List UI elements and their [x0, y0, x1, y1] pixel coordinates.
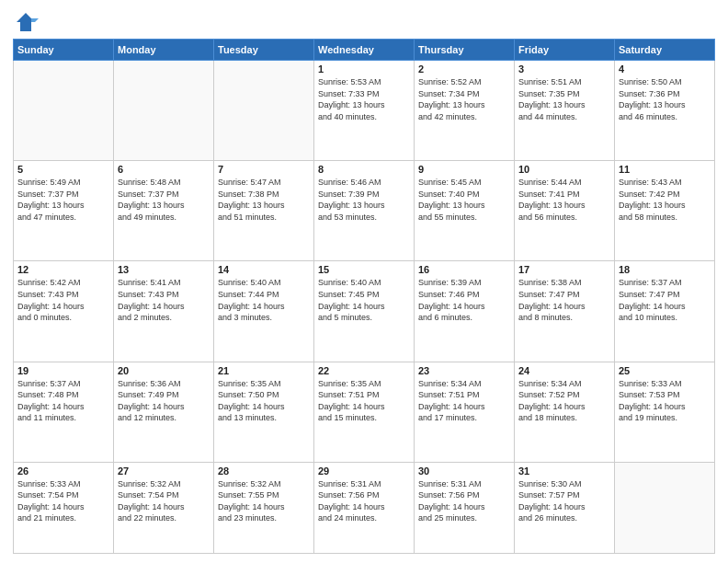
day-number: 9 [418, 164, 510, 175]
calendar-week-row: 26Sunrise: 5:33 AM Sunset: 7:54 PM Dayli… [14, 462, 715, 553]
day-number: 3 [518, 63, 610, 75]
calendar-week-row: 1Sunrise: 5:53 AM Sunset: 7:33 PM Daylig… [14, 61, 715, 161]
calendar-table: SundayMondayTuesdayWednesdayThursdayFrid… [13, 39, 715, 554]
day-number: 19 [17, 365, 109, 376]
calendar-day-cell [615, 462, 715, 553]
day-info: Sunrise: 5:41 AM Sunset: 7:43 PM Dayligh… [118, 277, 210, 323]
day-number: 28 [218, 465, 310, 477]
day-info: Sunrise: 5:35 AM Sunset: 7:51 PM Dayligh… [318, 378, 410, 424]
calendar-day-cell: 1Sunrise: 5:53 AM Sunset: 7:33 PM Daylig… [314, 61, 415, 161]
calendar-day-cell: 31Sunrise: 5:30 AM Sunset: 7:57 PM Dayli… [515, 462, 615, 553]
day-number: 4 [619, 63, 711, 75]
day-info: Sunrise: 5:46 AM Sunset: 7:39 PM Dayligh… [318, 177, 410, 223]
day-info: Sunrise: 5:44 AM Sunset: 7:41 PM Dayligh… [518, 177, 610, 223]
calendar-day-cell: 19Sunrise: 5:37 AM Sunset: 7:48 PM Dayli… [14, 362, 114, 462]
day-number: 23 [418, 365, 510, 376]
day-info: Sunrise: 5:48 AM Sunset: 7:37 PM Dayligh… [118, 177, 210, 223]
day-number: 14 [218, 264, 310, 275]
day-number: 27 [118, 465, 210, 477]
day-number: 1 [318, 63, 410, 75]
page: SundayMondayTuesdayWednesdayThursdayFrid… [0, 0, 728, 563]
day-info: Sunrise: 5:31 AM Sunset: 7:56 PM Dayligh… [418, 478, 510, 524]
calendar-header-row: SundayMondayTuesdayWednesdayThursdayFrid… [14, 40, 715, 61]
calendar-day-cell: 10Sunrise: 5:44 AM Sunset: 7:41 PM Dayli… [515, 161, 615, 261]
day-number: 7 [218, 164, 310, 175]
day-number: 11 [619, 164, 711, 175]
day-info: Sunrise: 5:43 AM Sunset: 7:42 PM Dayligh… [619, 177, 711, 223]
day-info: Sunrise: 5:32 AM Sunset: 7:55 PM Dayligh… [218, 478, 310, 524]
calendar-day-cell: 27Sunrise: 5:32 AM Sunset: 7:54 PM Dayli… [114, 462, 214, 553]
calendar-day-cell: 2Sunrise: 5:52 AM Sunset: 7:34 PM Daylig… [415, 61, 515, 161]
calendar-day-cell: 15Sunrise: 5:40 AM Sunset: 7:45 PM Dayli… [314, 261, 415, 362]
day-number: 2 [418, 63, 510, 75]
day-info: Sunrise: 5:52 AM Sunset: 7:34 PM Dayligh… [418, 76, 510, 122]
calendar-week-row: 5Sunrise: 5:49 AM Sunset: 7:37 PM Daylig… [14, 161, 715, 261]
calendar-day-cell: 21Sunrise: 5:35 AM Sunset: 7:50 PM Dayli… [214, 362, 314, 462]
calendar-day-header: Tuesday [214, 40, 314, 61]
calendar-day-cell: 23Sunrise: 5:34 AM Sunset: 7:51 PM Dayli… [415, 362, 515, 462]
day-number: 12 [17, 264, 109, 275]
day-number: 16 [418, 264, 510, 275]
day-info: Sunrise: 5:42 AM Sunset: 7:43 PM Dayligh… [17, 277, 109, 323]
day-info: Sunrise: 5:38 AM Sunset: 7:47 PM Dayligh… [518, 277, 610, 323]
day-number: 6 [118, 164, 210, 175]
day-info: Sunrise: 5:40 AM Sunset: 7:44 PM Dayligh… [218, 277, 310, 323]
day-info: Sunrise: 5:37 AM Sunset: 7:48 PM Dayligh… [17, 378, 109, 424]
day-info: Sunrise: 5:36 AM Sunset: 7:49 PM Dayligh… [118, 378, 210, 424]
day-info: Sunrise: 5:45 AM Sunset: 7:40 PM Dayligh… [418, 177, 510, 223]
day-number: 24 [518, 365, 610, 376]
calendar-day-cell: 26Sunrise: 5:33 AM Sunset: 7:54 PM Dayli… [14, 462, 114, 553]
calendar-day-cell [114, 61, 214, 161]
day-number: 18 [619, 264, 711, 275]
calendar-day-cell: 24Sunrise: 5:34 AM Sunset: 7:52 PM Dayli… [515, 362, 615, 462]
day-number: 22 [318, 365, 410, 376]
day-number: 30 [418, 465, 510, 477]
calendar-day-header: Wednesday [314, 40, 415, 61]
day-number: 20 [118, 365, 210, 376]
calendar-day-cell: 13Sunrise: 5:41 AM Sunset: 7:43 PM Dayli… [114, 261, 214, 362]
day-info: Sunrise: 5:31 AM Sunset: 7:56 PM Dayligh… [318, 478, 410, 524]
calendar-week-row: 12Sunrise: 5:42 AM Sunset: 7:43 PM Dayli… [14, 261, 715, 362]
day-info: Sunrise: 5:35 AM Sunset: 7:50 PM Dayligh… [218, 378, 310, 424]
header [13, 9, 715, 35]
calendar-day-cell: 20Sunrise: 5:36 AM Sunset: 7:49 PM Dayli… [114, 362, 214, 462]
calendar-day-cell: 22Sunrise: 5:35 AM Sunset: 7:51 PM Dayli… [314, 362, 415, 462]
calendar-day-cell: 6Sunrise: 5:48 AM Sunset: 7:37 PM Daylig… [114, 161, 214, 261]
calendar-day-cell: 18Sunrise: 5:37 AM Sunset: 7:47 PM Dayli… [615, 261, 715, 362]
day-info: Sunrise: 5:33 AM Sunset: 7:54 PM Dayligh… [17, 478, 109, 524]
day-info: Sunrise: 5:37 AM Sunset: 7:47 PM Dayligh… [619, 277, 711, 323]
calendar-day-cell: 29Sunrise: 5:31 AM Sunset: 7:56 PM Dayli… [314, 462, 415, 553]
day-number: 29 [318, 465, 410, 477]
calendar-day-cell: 14Sunrise: 5:40 AM Sunset: 7:44 PM Dayli… [214, 261, 314, 362]
day-info: Sunrise: 5:30 AM Sunset: 7:57 PM Dayligh… [518, 478, 610, 524]
day-info: Sunrise: 5:51 AM Sunset: 7:35 PM Dayligh… [518, 76, 610, 122]
day-number: 26 [17, 465, 109, 477]
calendar-day-cell: 8Sunrise: 5:46 AM Sunset: 7:39 PM Daylig… [314, 161, 415, 261]
day-info: Sunrise: 5:40 AM Sunset: 7:45 PM Dayligh… [318, 277, 410, 323]
calendar-day-cell: 7Sunrise: 5:47 AM Sunset: 7:38 PM Daylig… [214, 161, 314, 261]
day-info: Sunrise: 5:50 AM Sunset: 7:36 PM Dayligh… [619, 76, 711, 122]
calendar-day-cell: 16Sunrise: 5:39 AM Sunset: 7:46 PM Dayli… [415, 261, 515, 362]
calendar-day-cell: 25Sunrise: 5:33 AM Sunset: 7:53 PM Dayli… [615, 362, 715, 462]
calendar-day-cell: 3Sunrise: 5:51 AM Sunset: 7:35 PM Daylig… [515, 61, 615, 161]
calendar-day-cell: 11Sunrise: 5:43 AM Sunset: 7:42 PM Dayli… [615, 161, 715, 261]
logo-icon [13, 9, 39, 35]
day-number: 13 [118, 264, 210, 275]
calendar-day-cell: 28Sunrise: 5:32 AM Sunset: 7:55 PM Dayli… [214, 462, 314, 553]
day-info: Sunrise: 5:39 AM Sunset: 7:46 PM Dayligh… [418, 277, 510, 323]
calendar-day-cell: 4Sunrise: 5:50 AM Sunset: 7:36 PM Daylig… [615, 61, 715, 161]
calendar-day-cell: 17Sunrise: 5:38 AM Sunset: 7:47 PM Dayli… [515, 261, 615, 362]
calendar-day-header: Friday [515, 40, 615, 61]
day-number: 21 [218, 365, 310, 376]
calendar-day-cell [14, 61, 114, 161]
calendar-day-cell: 12Sunrise: 5:42 AM Sunset: 7:43 PM Dayli… [14, 261, 114, 362]
day-number: 15 [318, 264, 410, 275]
calendar-day-header: Sunday [14, 40, 114, 61]
day-number: 17 [518, 264, 610, 275]
day-info: Sunrise: 5:34 AM Sunset: 7:52 PM Dayligh… [518, 378, 610, 424]
day-info: Sunrise: 5:33 AM Sunset: 7:53 PM Dayligh… [619, 378, 711, 424]
calendar-day-cell: 9Sunrise: 5:45 AM Sunset: 7:40 PM Daylig… [415, 161, 515, 261]
day-info: Sunrise: 5:47 AM Sunset: 7:38 PM Dayligh… [218, 177, 310, 223]
day-info: Sunrise: 5:53 AM Sunset: 7:33 PM Dayligh… [318, 76, 410, 122]
calendar-day-cell: 30Sunrise: 5:31 AM Sunset: 7:56 PM Dayli… [415, 462, 515, 553]
